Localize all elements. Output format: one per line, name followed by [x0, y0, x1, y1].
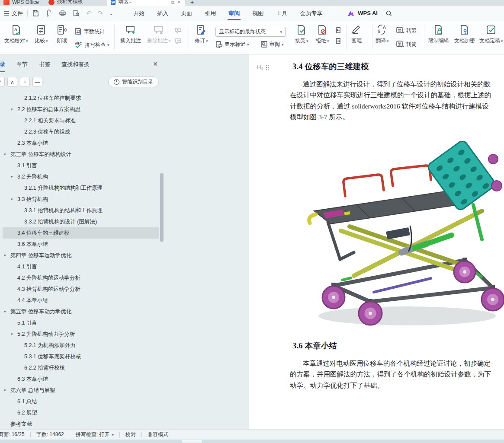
- spellcheck-status[interactable]: 拼写检查: 打开: [76, 431, 110, 438]
- proofread-button[interactable]: a 文档校对▾: [4, 24, 28, 45]
- export-pdf-icon[interactable]: [45, 10, 53, 17]
- menu-插入[interactable]: 插入: [156, 6, 169, 20]
- insert-comment-button[interactable]: 插入批注: [120, 24, 141, 45]
- search-icon[interactable]: [385, 10, 392, 17]
- expand-level-button[interactable]: ＋: [20, 77, 30, 87]
- toc-item[interactable]: 4.4 本章小结: [3, 295, 159, 306]
- track-changes-button[interactable]: 修订▾: [195, 24, 208, 45]
- menu-引用[interactable]: 引用: [204, 6, 217, 20]
- compare-button[interactable]: 比较▾: [35, 24, 48, 45]
- toc-item[interactable]: 2.3 本章小结: [3, 137, 159, 149]
- proofread-status[interactable]: 校对: [125, 431, 136, 438]
- toc-item[interactable]: ▾2.2 位移车的总体方案构思: [3, 104, 159, 115]
- toc-item[interactable]: ▾第三章 位移车的结构设计: [3, 149, 159, 160]
- toc-item[interactable]: 3.3.2 抬背机构的设计 (图解法): [3, 216, 159, 227]
- horizontal-scrollbar-track[interactable]: [0, 440, 504, 443]
- toc-item[interactable]: 5.2.1 为机构添加外力: [3, 340, 159, 351]
- caret-icon[interactable]: ▾: [112, 433, 114, 437]
- collapse-arrow-icon[interactable]: ▾: [11, 194, 13, 205]
- collapse-arrow-icon[interactable]: ▾: [11, 171, 13, 182]
- delete-comment-button[interactable]: 删除批注▾: [147, 24, 171, 45]
- share-icon[interactable]: ⧉: [171, 0, 174, 5]
- toc-item[interactable]: ▾3.3 抬背机构: [3, 194, 159, 205]
- finalize-document-button[interactable]: 文档定稿▾: [479, 24, 503, 45]
- file-menu[interactable]: 文件: [3, 10, 23, 17]
- collapse-arrow-icon[interactable]: ▾: [11, 104, 13, 115]
- reject-revision-button[interactable]: 拒绝▾: [316, 24, 329, 45]
- word-count-indicator[interactable]: 字数: 14862: [36, 431, 64, 438]
- collapse-arrow-icon[interactable]: ▾: [4, 149, 6, 160]
- heading-level-marker[interactable]: H₂: [257, 64, 269, 70]
- menu-页面[interactable]: 页面: [180, 6, 193, 20]
- toc-item[interactable]: 2.2.3 位移车的组成: [3, 126, 159, 137]
- toc-item[interactable]: ▾第四章 位移车运动学优化: [3, 250, 159, 261]
- redo-icon[interactable]: ↷: [98, 10, 103, 17]
- undo-icon[interactable]: ↶: [86, 10, 92, 17]
- sidebar-scrollbar-thumb[interactable]: [160, 173, 164, 242]
- document-page[interactable]: H₂ 3.4 位移车的三维建模 通过图解法来进行设计，得到了位移车设计的初始设计…: [249, 54, 504, 429]
- new-tab-button[interactable]: +: [190, 0, 194, 6]
- collapse-arrow-icon[interactable]: ▾: [11, 328, 13, 340]
- window-tab-wps-office[interactable]: WPS Office: [0, 0, 43, 6]
- translate-button[interactable]: 文 A 翻译▾: [376, 24, 389, 45]
- toc-item[interactable]: 4.1 引言: [3, 261, 159, 272]
- toc-item[interactable]: 3.1 引言: [3, 160, 159, 171]
- toc-item[interactable]: 5.3.1 位移车底架杆校核: [3, 351, 159, 362]
- tab-bookmarks[interactable]: 书签: [39, 61, 50, 72]
- toc-item[interactable]: 4.3 抬背机构的运动学分析: [3, 284, 159, 295]
- tab-chapters[interactable]: 章节: [16, 61, 28, 72]
- toc-item[interactable]: 3.3.1 抬背机构的结构和工作原理: [3, 205, 159, 216]
- toc-item[interactable]: 5.1 引言: [3, 317, 159, 328]
- toc-item[interactable]: ▾3.2 升降机构: [3, 171, 159, 182]
- tab-toc[interactable]: 目录: [0, 61, 5, 72]
- toc-item[interactable]: ▾5.2 升降机构动力学分析: [3, 328, 159, 340]
- print-icon[interactable]: [59, 10, 66, 17]
- horizontal-scrollbar-thumb[interactable]: [182, 440, 202, 443]
- show-markup-button[interactable]: 显示标记▾: [215, 41, 249, 48]
- toc-item[interactable]: 6.2 展望: [3, 407, 159, 418]
- toc-item[interactable]: 3.4 位移车的三维建模: [3, 227, 159, 239]
- toc-item[interactable]: ▾第六章 总结与展望: [3, 385, 159, 396]
- accept-revision-button[interactable]: 接受▾: [295, 24, 308, 45]
- review-pane-button[interactable]: 审阅▾: [260, 41, 284, 48]
- toc-item[interactable]: 4.2 升降机构的运动学分析: [3, 272, 159, 284]
- toc-item[interactable]: 2.1.2 位移车的控制要求: [3, 92, 159, 104]
- collapse-arrow-icon[interactable]: ▾: [4, 250, 6, 261]
- read-aloud-button[interactable]: 朗读: [56, 24, 67, 45]
- next-comment-icon[interactable]: [175, 38, 182, 45]
- close-sidebar-icon[interactable]: ✕: [153, 61, 158, 67]
- toc-check-button[interactable]: ✓: [0, 77, 5, 87]
- to-traditional-button[interactable]: 简 转繁: [396, 27, 417, 34]
- toc-item[interactable]: ▾第五章 位移车动力学优化: [3, 306, 159, 317]
- quickbar-chevron-icon[interactable]: ⌄: [109, 10, 113, 16]
- save-icon[interactable]: [32, 10, 39, 17]
- collapse-all-button[interactable]: ∧: [7, 77, 17, 87]
- wps-ai-label[interactable]: WPS AI: [358, 10, 378, 16]
- previous-comment-icon[interactable]: [175, 27, 182, 34]
- menu-工具[interactable]: 工具: [275, 6, 288, 20]
- smart-toc-button[interactable]: 智能识别目录: [108, 76, 159, 87]
- toc-item[interactable]: 6.3 本章小结: [3, 373, 159, 385]
- menu-审阅[interactable]: 审阅: [228, 6, 241, 20]
- window-tab-document[interactable]: W 基于soliderworks的电动医... ⧉ ✕: [107, 0, 185, 6]
- menu-会员专享[interactable]: 会员专享: [299, 6, 323, 20]
- pen-button[interactable]: 画笔: [350, 24, 363, 45]
- markup-state-dropdown[interactable]: 显示标记的最终状态 ▾: [215, 27, 286, 37]
- menu-视图[interactable]: 视图: [251, 6, 264, 20]
- previous-revision-icon[interactable]: [335, 27, 342, 34]
- print-preview-icon[interactable]: [72, 10, 80, 17]
- collapse-level-button[interactable]: —: [32, 77, 42, 87]
- toc-item[interactable]: 2.2.1 相关要求与标准: [3, 115, 159, 126]
- menu-开始[interactable]: 开始: [132, 6, 145, 20]
- next-revision-icon[interactable]: [335, 38, 342, 45]
- collapse-arrow-icon[interactable]: ▾: [4, 385, 6, 396]
- word-count-button[interactable]: 12 字数统计: [74, 28, 105, 35]
- spell-check-button[interactable]: ABC 拼写检查▾: [74, 41, 109, 49]
- close-tab-icon[interactable]: ✕: [177, 0, 181, 5]
- to-simplified-button[interactable]: 繁 转简: [396, 41, 417, 48]
- tab-find-replace[interactable]: 查找和替换: [61, 61, 90, 72]
- drag-handle-icon[interactable]: [266, 65, 269, 70]
- toc-item[interactable]: 6.2.2 抬背杆校核: [3, 362, 159, 373]
- toc-item[interactable]: 参考文献: [3, 418, 159, 429]
- collapse-arrow-icon[interactable]: ▾: [4, 306, 6, 317]
